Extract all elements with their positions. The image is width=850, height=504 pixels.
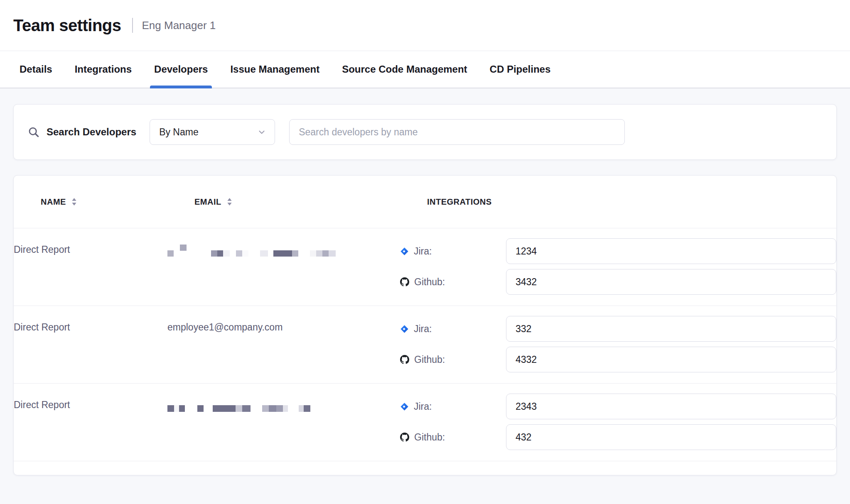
jira-icon — [400, 247, 409, 256]
github-integration-line: Github: — [400, 424, 836, 450]
tab-developers[interactable]: Developers — [152, 51, 209, 88]
tab-details[interactable]: Details — [18, 51, 54, 88]
developer-email-redacted — [167, 238, 400, 295]
github-label: Github: — [414, 354, 445, 365]
search-input[interactable] — [289, 119, 625, 145]
github-id-input[interactable] — [506, 269, 836, 295]
tab-cd-pipelines[interactable]: CD Pipelines — [488, 51, 553, 88]
table-header-row: NAME EMAIL INTEGRATIONS — [14, 176, 836, 228]
integrations-header-label: INTEGRATIONS — [427, 197, 492, 207]
github-label: Github: — [414, 432, 445, 443]
github-integration-line: Github: — [400, 347, 836, 372]
developers-table: NAME EMAIL INTEGRATIONS — [13, 175, 837, 475]
jira-id-input[interactable] — [506, 316, 836, 342]
github-icon — [400, 277, 409, 286]
search-panel: Search Developers By Name — [13, 104, 837, 160]
jira-label-group: Jira: — [400, 246, 506, 257]
page-title: Team settings — [13, 16, 121, 35]
github-id-input[interactable] — [506, 347, 836, 372]
jira-integration-line: Jira: — [400, 238, 836, 264]
table-row: Direct Report employee1@company.com Jira… — [14, 306, 836, 383]
github-label-group: Github: — [400, 276, 506, 288]
developer-email: employee1@company.com — [167, 316, 400, 372]
main-content: Search Developers By Name NAME — [0, 88, 850, 475]
column-header-integrations: INTEGRATIONS — [427, 197, 805, 207]
jira-label: Jira: — [414, 323, 432, 335]
github-label-group: Github: — [400, 432, 506, 443]
jira-icon — [400, 402, 409, 411]
integrations-cell: Jira: Github: — [400, 316, 836, 372]
github-label: Github: — [414, 276, 445, 288]
jira-label-group: Jira: — [400, 401, 506, 412]
redacted-email-blocks — [167, 399, 400, 412]
search-filter-value: By Name — [159, 127, 199, 138]
table-row: Direct Report Jira: — [14, 228, 836, 306]
jira-id-input[interactable] — [506, 394, 836, 419]
email-header-label: EMAIL — [194, 197, 221, 207]
tab-integrations[interactable]: Integrations — [73, 51, 133, 88]
github-icon — [400, 355, 409, 364]
developer-name: Direct Report — [14, 316, 167, 372]
jira-id-input[interactable] — [506, 238, 836, 264]
app-header: Team settings Eng Manager 1 — [0, 0, 850, 51]
redacted-email-blocks — [167, 244, 400, 257]
name-header-label: NAME — [41, 197, 66, 207]
sort-email-icon[interactable] — [226, 197, 233, 206]
tab-issue-management[interactable]: Issue Management — [228, 51, 321, 88]
integrations-cell: Jira: Github: — [400, 394, 836, 450]
column-header-email: EMAIL — [194, 197, 427, 207]
github-label-group: Github: — [400, 354, 506, 365]
search-icon — [27, 126, 40, 138]
chevron-down-icon — [257, 127, 266, 137]
column-header-name: NAME — [41, 197, 194, 207]
table-row: Direct Report Jira: — [14, 383, 836, 461]
jira-integration-line: Jira: — [400, 316, 836, 342]
jira-label: Jira: — [414, 401, 432, 412]
search-label: Search Developers — [47, 126, 136, 138]
developer-name: Direct Report — [14, 394, 167, 450]
jira-label: Jira: — [414, 246, 432, 257]
sort-name-icon[interactable] — [71, 197, 77, 206]
developer-name: Direct Report — [14, 238, 167, 295]
jira-integration-line: Jira: — [400, 394, 836, 419]
page-subtitle: Eng Manager 1 — [142, 19, 216, 32]
tab-bar: Details Integrations Developers Issue Ma… — [0, 51, 850, 88]
title-separator — [132, 18, 133, 33]
github-id-input[interactable] — [506, 424, 836, 450]
tab-source-code-management[interactable]: Source Code Management — [340, 51, 469, 88]
jira-icon — [400, 325, 409, 333]
github-integration-line: Github: — [400, 269, 836, 295]
developer-email-redacted — [167, 394, 400, 450]
github-icon — [400, 433, 409, 442]
search-filter-select[interactable]: By Name — [150, 119, 275, 145]
integrations-cell: Jira: Github: — [400, 238, 836, 295]
jira-label-group: Jira: — [400, 323, 506, 335]
